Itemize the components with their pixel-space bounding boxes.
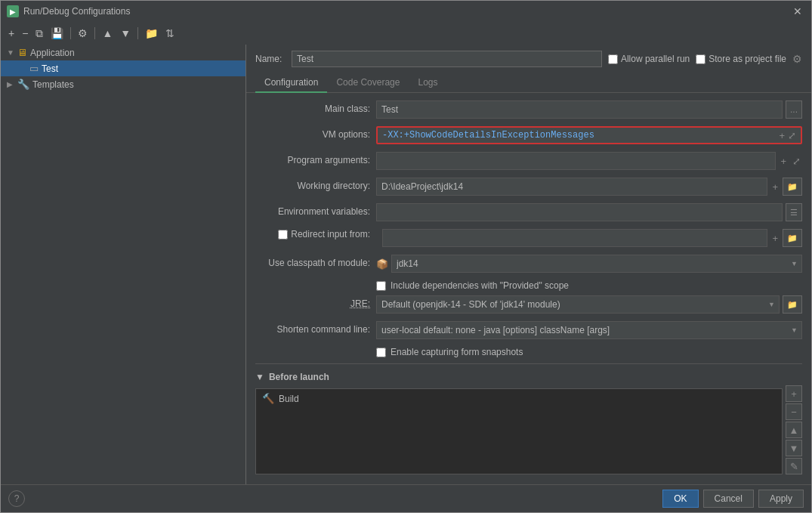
module-icon: 📦	[376, 258, 388, 270]
before-launch-label: Before launch	[269, 372, 329, 382]
jre-select-wrapper: Default (openjdk-14 - SDK of 'jdk14' mod…	[376, 295, 780, 314]
cancel-button[interactable]: Cancel	[703, 490, 754, 508]
name-input[interactable]	[292, 51, 602, 67]
move-down-button[interactable]: ▼	[117, 26, 134, 41]
vm-options-input[interactable]	[381, 128, 777, 143]
main-class-label: Main class:	[255, 100, 376, 114]
working-dir-label: Working directory:	[255, 178, 376, 191]
store-as-project-label: Store as project file	[696, 54, 786, 64]
toolbar-separator-2	[94, 27, 95, 39]
move-up-button[interactable]: ▲	[99, 26, 116, 41]
title-bar: ▶ Run/Debug Configurations ✕	[1, 1, 811, 22]
redirect-add-button[interactable]: +	[770, 233, 780, 244]
program-args-row: Program arguments: + ⤢	[255, 152, 802, 172]
working-dir-row: Working directory: + 📁	[255, 178, 802, 197]
folder-button[interactable]: 📁	[142, 26, 161, 41]
classpath-control: 📦 jdk14	[376, 255, 802, 273]
tabs-bar: Configuration Code Coverage Logs	[246, 73, 811, 93]
templates-arrow: ▶	[7, 80, 14, 88]
shorten-cmd-label: Shorten command line:	[255, 321, 376, 335]
shorten-cmd-select[interactable]: user-local default: none - java [options…	[376, 321, 802, 339]
save-config-button[interactable]: 💾	[48, 26, 66, 41]
jre-browse-button[interactable]: 📁	[783, 295, 802, 314]
working-dir-control: + 📁	[376, 178, 802, 196]
vm-options-fullscreen-button[interactable]: ⤢	[786, 130, 798, 141]
before-launch-add-button[interactable]: +	[786, 385, 802, 402]
bottom-bar: ? OK Cancel Apply	[1, 484, 811, 512]
add-config-button[interactable]: +	[5, 26, 17, 41]
tree-application-group[interactable]: ▼ 🖥 Application	[1, 45, 245, 60]
working-dir-input[interactable]	[376, 178, 767, 196]
copy-config-button[interactable]: ⧉	[32, 26, 46, 42]
shorten-cmd-select-wrapper: user-local default: none - java [options…	[376, 321, 802, 339]
test-config-label: Test	[42, 63, 58, 74]
jre-label: JRE:	[255, 295, 376, 309]
allow-parallel-label: Allow parallel run	[608, 54, 690, 64]
tab-configuration[interactable]: Configuration	[255, 73, 327, 93]
before-launch-remove-button[interactable]: −	[786, 403, 802, 420]
shorten-cmd-control: user-local default: none - java [options…	[376, 321, 802, 339]
before-launch-up-button[interactable]: ▲	[786, 422, 802, 438]
help-button[interactable]: ?	[8, 490, 25, 507]
tab-logs[interactable]: Logs	[409, 73, 446, 93]
title-bar-left: ▶ Run/Debug Configurations	[7, 5, 130, 17]
program-args-input[interactable]	[376, 152, 776, 170]
classpath-row: Use classpath of module: 📦 jdk14	[255, 255, 802, 274]
program-args-expand-button[interactable]: ⤢	[791, 156, 802, 167]
before-launch-edit-button[interactable]: ✎	[786, 458, 802, 474]
main-class-more-button[interactable]: ...	[786, 100, 802, 119]
env-vars-control: ☰	[376, 203, 802, 221]
config-tree: ▼ 🖥 Application ▭ Test ▶ 🔧 Templates	[1, 45, 246, 484]
redirect-checkbox[interactable]	[278, 230, 288, 240]
config-detail-panel: Name: Allow parallel run Store as projec…	[246, 45, 811, 484]
before-launch-down-button[interactable]: ▼	[786, 440, 802, 456]
env-vars-input[interactable]	[376, 203, 783, 221]
env-vars-browse-button[interactable]: ☰	[786, 203, 802, 221]
toolbar-separator-3	[137, 27, 138, 39]
run-debug-configurations-dialog: ▶ Run/Debug Configurations ✕ + − ⧉ 💾 ⚙ ▲…	[0, 0, 812, 513]
close-button[interactable]: ✕	[790, 4, 805, 19]
action-buttons: OK Cancel Apply	[662, 490, 804, 508]
vm-options-label: VM options:	[255, 126, 376, 140]
redirect-control: + 📁	[382, 229, 802, 247]
store-as-project-checkbox[interactable]	[696, 54, 705, 64]
include-deps-label: Include dependencies with "Provided" sco…	[391, 280, 569, 291]
program-args-control: + ⤢	[376, 152, 802, 170]
form-snapshots-row: Enable capturing form snapshots	[376, 347, 802, 357]
remove-config-button[interactable]: −	[19, 26, 31, 41]
toolbar: + − ⧉ 💾 ⚙ ▲ ▼ 📁 ⇅	[1, 22, 811, 45]
sort-button[interactable]: ⇅	[162, 26, 178, 41]
redirect-input[interactable]	[382, 229, 767, 247]
before-launch-header[interactable]: ▼ Before launch	[255, 369, 802, 385]
working-dir-add-button[interactable]: +	[770, 181, 780, 193]
store-settings-gear-button[interactable]: ⚙	[792, 53, 802, 65]
settings-button[interactable]: ⚙	[75, 26, 91, 41]
form-snapshots-checkbox[interactable]	[376, 348, 386, 357]
redirect-browse-button[interactable]: 📁	[783, 229, 802, 247]
build-icon: 🔨	[262, 393, 274, 404]
apply-button[interactable]: Apply	[758, 490, 804, 508]
jre-control: Default (openjdk-14 - SDK of 'jdk14' mod…	[376, 295, 802, 314]
tree-test-item[interactable]: ▭ Test	[1, 60, 245, 76]
shorten-cmd-row: Shorten command line: user-local default…	[255, 321, 802, 341]
templates-label: Templates	[32, 79, 74, 90]
classpath-select[interactable]: jdk14	[391, 255, 802, 273]
vm-options-expand-button[interactable]: +	[777, 130, 786, 141]
before-launch-section: ▼ Before launch 🔨 Build + −	[255, 363, 802, 474]
env-vars-label: Environment variables:	[255, 203, 376, 217]
working-dir-browse-button[interactable]: 📁	[783, 178, 802, 196]
include-deps-checkbox[interactable]	[376, 281, 386, 291]
ok-button[interactable]: OK	[662, 490, 698, 508]
dialog-icon: ▶	[7, 5, 19, 17]
allow-parallel-checkbox[interactable]	[608, 54, 618, 64]
before-launch-list: 🔨 Build	[255, 388, 783, 474]
main-class-input[interactable]	[376, 100, 783, 119]
build-item: 🔨 Build	[256, 389, 782, 408]
toolbar-separator-1	[70, 27, 71, 39]
tab-code-coverage[interactable]: Code Coverage	[327, 73, 409, 93]
folder-icon: 🖥	[17, 47, 27, 58]
tree-templates-group[interactable]: ▶ 🔧 Templates	[1, 76, 245, 92]
dialog-title: Run/Debug Configurations	[23, 6, 130, 17]
program-args-add-button[interactable]: +	[779, 156, 788, 167]
jre-select[interactable]: Default (openjdk-14 - SDK of 'jdk14' mod…	[376, 295, 780, 314]
